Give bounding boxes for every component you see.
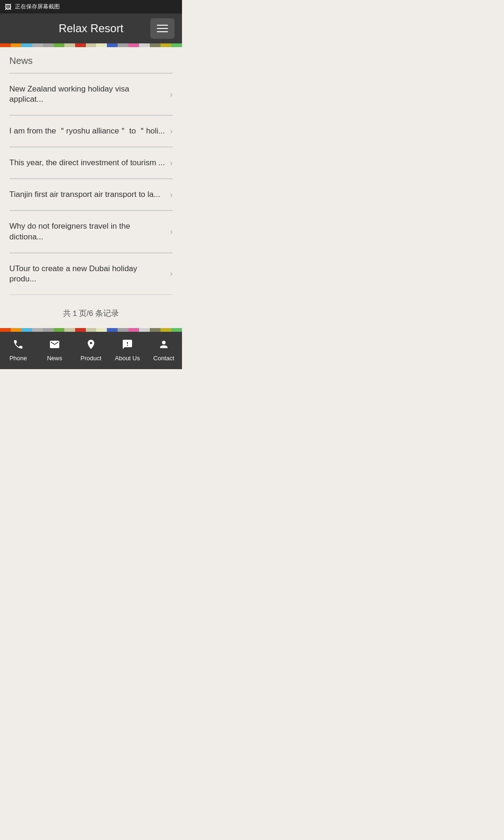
header: Relax Resort xyxy=(0,14,182,43)
stripe-segment xyxy=(128,328,139,332)
news-item-text: New Zealand working holiday visa applica… xyxy=(9,84,165,105)
chat-icon xyxy=(122,339,133,352)
stripe-segment xyxy=(96,328,107,332)
chevron-right-icon: › xyxy=(170,90,173,99)
menu-line-3 xyxy=(157,31,168,32)
news-item-text: Why do not foreigners travel in the dict… xyxy=(9,221,165,242)
chevron-right-icon: › xyxy=(170,126,173,136)
bottom-nav: PhoneNewsProductAbout UsContact xyxy=(0,332,182,369)
nav-label: Contact xyxy=(154,355,175,362)
stripe-segment xyxy=(150,328,161,332)
app-title: Relax Resort xyxy=(32,22,150,35)
person-icon xyxy=(158,339,169,352)
content-area: News New Zealand working holiday visa ap… xyxy=(0,47,182,328)
nav-label: Product xyxy=(81,355,102,362)
stripe-segment xyxy=(171,43,182,47)
news-item-tourism-investment[interactable]: This year, the direct investment of tour… xyxy=(0,147,182,178)
news-item-tianjin-air[interactable]: Tianjin first air transport air transpor… xyxy=(0,179,182,210)
stripe-segment xyxy=(64,43,75,47)
stripe-segment xyxy=(107,328,118,332)
nav-item-about[interactable]: About Us xyxy=(109,332,146,369)
stripe-segment xyxy=(161,328,171,332)
stripe-segment xyxy=(86,43,97,47)
bottom-color-stripe xyxy=(0,328,182,332)
nav-item-contact[interactable]: Contact xyxy=(146,332,182,369)
stripe-segment xyxy=(0,43,11,47)
stripe-segment xyxy=(86,328,97,332)
stripe-segment xyxy=(139,43,150,47)
stripe-segment xyxy=(21,43,32,47)
stripe-segment xyxy=(96,43,107,47)
news-item-text: UTour to create a new Dubai holiday prod… xyxy=(9,264,165,284)
stripe-segment xyxy=(54,328,64,332)
news-item-text: I am from the ＂ryoshu alliance＂ to ＂holi… xyxy=(9,126,165,136)
section-title: News xyxy=(0,47,182,73)
stripe-segment xyxy=(32,43,43,47)
stripe-segment xyxy=(118,43,128,47)
news-item-foreigners-travel[interactable]: Why do not foreigners travel in the dict… xyxy=(0,211,182,252)
stripe-segment xyxy=(21,328,32,332)
stripe-segment xyxy=(32,328,43,332)
chevron-right-icon: › xyxy=(170,158,173,168)
stripe-segment xyxy=(11,43,21,47)
menu-line-1 xyxy=(157,25,168,26)
news-item-nz-visa[interactable]: New Zealand working holiday visa applica… xyxy=(0,74,182,115)
stripe-segment xyxy=(11,328,21,332)
news-item-text: Tianjin first air transport air transpor… xyxy=(9,189,165,200)
stripe-segment xyxy=(75,328,86,332)
stripe-segment xyxy=(0,328,11,332)
screenshot-icon: 🖼 xyxy=(5,3,11,11)
status-text: 正在保存屏幕截图 xyxy=(15,3,60,11)
stripe-segment xyxy=(128,43,139,47)
status-bar: 🖼 正在保存屏幕截图 xyxy=(0,0,182,14)
nav-label: Phone xyxy=(9,355,27,362)
stripe-segment xyxy=(43,43,54,47)
stripe-segment xyxy=(64,328,75,332)
location-icon xyxy=(85,339,97,352)
stripe-segment xyxy=(75,43,86,47)
pagination: 共１页/6 条记录 xyxy=(0,295,182,328)
nav-item-product[interactable]: Product xyxy=(73,332,109,369)
news-item-text: This year, the direct investment of tour… xyxy=(9,158,165,168)
news-list: New Zealand working holiday visa applica… xyxy=(0,73,182,295)
nav-label: News xyxy=(47,355,63,362)
mail-icon xyxy=(49,339,60,352)
news-item-utour-dubai[interactable]: UTour to create a new Dubai holiday prod… xyxy=(0,253,182,294)
stripe-segment xyxy=(150,43,161,47)
chevron-right-icon: › xyxy=(170,227,173,237)
stripe-segment xyxy=(54,43,64,47)
stripe-segment xyxy=(118,328,128,332)
nav-item-phone[interactable]: Phone xyxy=(0,332,36,369)
chevron-right-icon: › xyxy=(170,190,173,200)
menu-line-2 xyxy=(157,28,168,29)
top-color-stripe xyxy=(0,43,182,47)
chevron-right-icon: › xyxy=(170,269,173,279)
stripe-segment xyxy=(161,43,171,47)
stripe-segment xyxy=(171,328,182,332)
stripe-segment xyxy=(43,328,54,332)
news-item-ryoshu[interactable]: I am from the ＂ryoshu alliance＂ to ＂holi… xyxy=(0,116,182,147)
phone-icon xyxy=(13,339,24,352)
stripe-segment xyxy=(139,328,150,332)
nav-item-news[interactable]: News xyxy=(36,332,73,369)
nav-label: About Us xyxy=(115,355,140,362)
stripe-segment xyxy=(107,43,118,47)
menu-button[interactable] xyxy=(150,18,175,39)
